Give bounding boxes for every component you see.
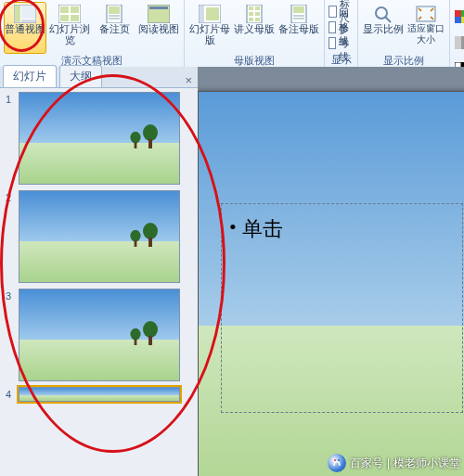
watermark-author: 模老师小课堂 xyxy=(393,456,460,471)
ribbon: 普通视图 幻灯片浏览 备注页 阅读视图 演示文稿视图 xyxy=(0,0,464,68)
slide-editor-area[interactable]: •单击 xyxy=(198,67,464,476)
svg-rect-23 xyxy=(249,18,253,21)
svg-rect-24 xyxy=(255,18,260,21)
svg-point-52 xyxy=(334,459,336,461)
handout-master-button[interactable]: 讲义母版 xyxy=(233,2,276,54)
reading-view-icon xyxy=(148,5,170,23)
group-master-views: 幻灯片母版 讲义母版 备注母版 母版视图 xyxy=(185,0,325,69)
panel-close-button[interactable]: × xyxy=(185,73,192,87)
svg-rect-5 xyxy=(60,6,69,13)
group-zoom: 显示比例 适应窗口大小 显示比例 xyxy=(358,0,450,69)
notes-page-button[interactable]: 备注页 xyxy=(93,2,135,54)
tree-icon xyxy=(142,223,159,247)
tree-icon xyxy=(142,321,159,345)
grayscale-button[interactable]: 灰度 xyxy=(454,29,464,55)
thumbnail-row: 4 xyxy=(6,387,192,402)
svg-rect-19 xyxy=(249,6,253,10)
color-icon xyxy=(455,10,464,23)
normal-view-icon xyxy=(14,5,36,23)
current-slide[interactable]: •单击 xyxy=(198,91,464,476)
normal-view-button[interactable]: 普通视图 xyxy=(4,2,46,54)
slide-thumbnail-4[interactable] xyxy=(19,387,180,402)
group-show: 标尺 网格线 参考线 显示 xyxy=(325,0,358,69)
thumbnail-row: 2 xyxy=(6,190,192,283)
color-button[interactable]: 颜色 xyxy=(454,3,464,29)
tree-icon xyxy=(142,124,159,148)
notes-master-label: 备注母版 xyxy=(278,23,319,34)
notes-master-button[interactable]: 备注母版 xyxy=(277,2,320,54)
watermark-logo-icon xyxy=(328,454,346,472)
slide-master-icon xyxy=(199,5,221,23)
svg-rect-6 xyxy=(71,6,79,13)
tree-icon xyxy=(130,328,142,345)
svg-rect-32 xyxy=(455,10,461,17)
svg-rect-45 xyxy=(148,238,152,247)
watermark-sep: | xyxy=(387,457,390,470)
svg-line-30 xyxy=(385,17,391,22)
guides-checkbox[interactable]: 参考线 xyxy=(329,35,354,50)
reading-view-label: 阅读视图 xyxy=(138,23,179,34)
svg-point-42 xyxy=(130,132,140,144)
tab-slides[interactable]: 幻灯片 xyxy=(3,65,57,87)
svg-point-40 xyxy=(143,124,158,141)
tab-outline[interactable]: 大纲 xyxy=(59,65,102,87)
svg-rect-7 xyxy=(60,15,69,21)
svg-point-46 xyxy=(130,230,140,242)
tree-icon xyxy=(130,132,142,148)
slide-number: 4 xyxy=(6,387,15,400)
svg-rect-41 xyxy=(148,139,152,148)
svg-rect-10 xyxy=(109,6,120,14)
slide-master-label: 幻灯片母版 xyxy=(189,23,230,45)
fit-window-label: 适应窗口大小 xyxy=(407,23,445,45)
slide-number: 2 xyxy=(6,190,15,203)
svg-rect-2 xyxy=(21,6,35,19)
svg-rect-17 xyxy=(206,7,219,20)
svg-rect-34 xyxy=(455,17,461,23)
slide-sorter-label: 幻灯片浏览 xyxy=(49,23,90,45)
fit-window-button[interactable]: 适应窗口大小 xyxy=(406,2,445,54)
svg-point-48 xyxy=(143,321,158,338)
svg-point-50 xyxy=(130,328,140,341)
slide-thumbnail-2[interactable] xyxy=(19,190,180,283)
slide-sorter-icon xyxy=(58,5,81,23)
group-colorgray: 颜色 灰度 黑白模式 颜色/灰度 xyxy=(450,0,464,69)
slide-panel: 幻灯片 大纲 × 1 2 3 xyxy=(0,67,199,476)
slide-thumbnail-3[interactable] xyxy=(19,289,180,381)
svg-rect-43 xyxy=(135,142,137,148)
zoom-label: 显示比例 xyxy=(363,23,404,34)
watermark: 百家号 | 模老师小课堂 xyxy=(328,454,460,472)
svg-rect-20 xyxy=(255,6,260,10)
svg-rect-51 xyxy=(135,339,137,345)
thumbnails-list[interactable]: 1 2 3 4 xyxy=(0,88,198,476)
content-placeholder[interactable]: •单击 xyxy=(221,203,463,413)
handout-master-icon xyxy=(243,5,265,23)
notes-page-label: 备注页 xyxy=(99,23,130,34)
svg-rect-22 xyxy=(255,12,260,16)
slide-sorter-button[interactable]: 幻灯片浏览 xyxy=(48,2,91,54)
zoom-button[interactable]: 显示比例 xyxy=(362,2,405,54)
panel-tabs: 幻灯片 大纲 × xyxy=(0,67,198,88)
bullet-icon: • xyxy=(229,215,237,243)
placeholder-text: 单击 xyxy=(242,215,283,243)
svg-rect-16 xyxy=(200,6,204,22)
svg-rect-49 xyxy=(148,336,152,345)
tree-icon xyxy=(130,230,142,247)
slide-number: 1 xyxy=(6,92,15,105)
svg-point-44 xyxy=(143,223,158,239)
svg-rect-26 xyxy=(293,6,304,13)
slide-master-button[interactable]: 幻灯片母版 xyxy=(188,2,231,54)
thumb-bg xyxy=(19,388,179,401)
svg-rect-8 xyxy=(71,15,79,21)
svg-rect-3 xyxy=(21,19,35,22)
fit-window-icon xyxy=(415,5,437,23)
slide-thumbnail-1[interactable] xyxy=(19,92,180,185)
svg-rect-1 xyxy=(15,6,20,22)
group-presentation-views: 普通视图 幻灯片浏览 备注页 阅读视图 演示文稿视图 xyxy=(0,0,185,69)
zoom-icon xyxy=(372,5,394,23)
svg-rect-37 xyxy=(455,36,461,49)
notes-master-icon xyxy=(288,5,310,23)
watermark-source: 百家号 xyxy=(350,456,383,471)
reading-view-button[interactable]: 阅读视图 xyxy=(137,2,180,54)
svg-rect-14 xyxy=(149,6,168,9)
grayscale-icon xyxy=(455,36,464,49)
